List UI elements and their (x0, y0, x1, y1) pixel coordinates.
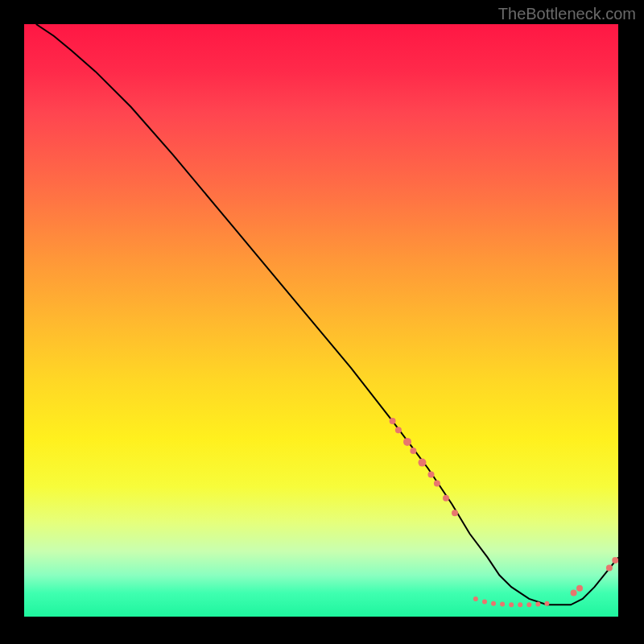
data-marker (452, 510, 458, 516)
data-marker (473, 597, 478, 601)
data-marker (518, 602, 522, 607)
data-marker (482, 600, 487, 605)
curve-line (36, 24, 618, 605)
data-marker (410, 448, 416, 454)
chart-svg (24, 24, 618, 617)
data-marker (434, 480, 440, 486)
data-marker (428, 471, 435, 477)
watermark-text: TheBottleneck.com (498, 5, 636, 23)
data-marker (443, 495, 449, 502)
data-marker (544, 601, 549, 606)
data-marker (395, 427, 402, 433)
data-marker (526, 602, 531, 607)
data-marker (500, 602, 505, 607)
data-marker (535, 602, 540, 607)
data-marker (576, 585, 583, 592)
data-marker (491, 601, 496, 606)
data-marker (606, 565, 613, 572)
data-marker (390, 418, 396, 424)
data-marker (403, 438, 411, 446)
data-marker (571, 590, 577, 597)
data-marker (419, 459, 427, 467)
plot-area (24, 24, 618, 617)
data-marker (509, 602, 514, 607)
data-marker (612, 557, 618, 564)
